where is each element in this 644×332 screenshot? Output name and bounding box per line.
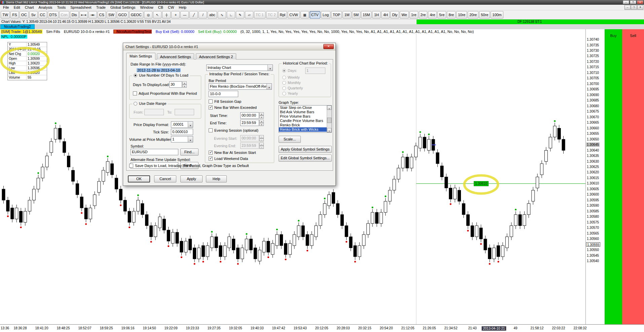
tab-advanced-settings[interactable]: Advanced Settings xyxy=(157,53,194,59)
hand-tool-icon[interactable]: ◎ xyxy=(144,11,152,18)
toolbar-tw-button[interactable]: TW xyxy=(1,11,10,18)
menu-spreadsheet[interactable]: Spreadsheet xyxy=(68,5,94,10)
mdi-minimize-button[interactable] xyxy=(624,5,631,10)
timeframe-15m-button[interactable]: 15M xyxy=(361,11,371,18)
help-button[interactable]: Help xyxy=(206,175,227,182)
bar-spacing-decrease-icon[interactable]: ⇥⇤ xyxy=(88,11,97,18)
bar-spacing-increase-icon[interactable]: ⇤⇥ xyxy=(79,11,88,18)
spin-down-icon[interactable] xyxy=(259,116,264,119)
menu-cw[interactable]: CW xyxy=(166,5,176,10)
pencil-tool-icon[interactable]: ✎ xyxy=(236,11,244,18)
fill-session-gap-checkbox[interactable]: Fill Session Gap xyxy=(209,99,241,103)
menu-tools[interactable]: Tools xyxy=(55,5,68,10)
spin-up-icon[interactable] xyxy=(259,112,264,116)
renko-2-button[interactable]: 2re xyxy=(419,11,428,18)
spin-down-icon[interactable] xyxy=(259,123,264,126)
timeframe-daily-button[interactable]: Dly xyxy=(390,11,399,18)
mdi-restore-button[interactable] xyxy=(631,5,637,10)
spin-up-icon[interactable] xyxy=(259,142,264,146)
renko-20-button[interactable]: 20re xyxy=(468,11,478,18)
mdi-close-button[interactable] xyxy=(637,5,643,10)
edit-global-symbol-settings-button[interactable]: Edit Global Symbol Settings... xyxy=(279,155,332,162)
buy-column[interactable]: Buy xyxy=(605,29,622,324)
spin-down-icon[interactable] xyxy=(259,138,264,142)
start-time-input[interactable]: 00:00:00 xyxy=(240,112,259,119)
tick-size-input[interactable]: 0.000010 xyxy=(171,129,193,135)
toolbar-cs-button[interactable]: CS xyxy=(98,11,106,18)
toolbar-ctv-button[interactable]: CTV xyxy=(310,11,320,18)
load-weekend-data-checkbox[interactable]: Load Weekend Data xyxy=(209,157,248,161)
chart-type-select[interactable]: Intraday Chart xyxy=(206,65,273,71)
new-bar-when-exceeded-checkbox[interactable]: New Bar When Exceeded xyxy=(209,106,257,110)
menu-cb[interactable]: CB xyxy=(156,5,166,10)
days-to-load-input[interactable]: 30 xyxy=(169,81,182,88)
toolbar-log-button[interactable]: Log xyxy=(321,11,330,18)
scroll-up-icon[interactable] xyxy=(327,106,331,110)
tab-main-settings[interactable]: Main Sett­ings xyxy=(126,53,155,59)
historical-monthly-radio[interactable]: Monthly xyxy=(282,81,301,85)
toolbar-geoc-button[interactable]: GEOC xyxy=(129,11,143,18)
from-date-input[interactable] xyxy=(144,109,164,115)
dropdown-arrow-icon[interactable] xyxy=(188,122,193,127)
tab-advanced-settings-2[interactable]: Advanced Settings 2 xyxy=(196,53,237,59)
historical-days-radio[interactable]: Days: xyxy=(282,69,297,73)
renko-5-button[interactable]: 5re xyxy=(437,11,446,18)
evening-start-input[interactable]: 00:00:00 xyxy=(240,135,259,141)
pointer-tool-icon[interactable]: ↖ xyxy=(153,11,162,18)
toolbar-connect-button[interactable]: Con xyxy=(59,11,69,18)
apply-global-symbol-settings-button[interactable]: Apply Global Symbol Settings xyxy=(279,146,332,153)
toolbar-tc2-button[interactable]: TC 2 xyxy=(266,11,278,18)
to-date-input[interactable] xyxy=(175,109,194,115)
renko-100m-button[interactable]: 100m xyxy=(491,11,503,18)
adjust-proportional-checkbox[interactable]: Adjust Proportional With Bar Period xyxy=(133,91,197,95)
timeframe-1h-button[interactable]: 1H xyxy=(372,11,381,18)
evening-start-spinner[interactable] xyxy=(259,135,264,141)
zigzag-study-icon[interactable]: ∿ xyxy=(218,11,226,18)
menu-file[interactable]: File xyxy=(1,5,11,10)
spin-up-icon[interactable] xyxy=(259,120,264,123)
menu-global-settings[interactable]: Global Settings xyxy=(108,5,138,10)
window-close-button[interactable] xyxy=(637,0,643,4)
spin-down-icon[interactable] xyxy=(182,85,187,88)
graph-type-option-bid-ask-volume-bars[interactable]: Bid Ask Volume Bars xyxy=(279,110,327,114)
timeframe-weekly-button[interactable]: We xyxy=(400,11,408,18)
evening-session-checkbox[interactable]: Evening Session (optional) xyxy=(209,128,258,132)
historical-weekly-radio[interactable]: Weekly xyxy=(282,75,300,79)
evening-end-spinner[interactable] xyxy=(259,142,264,149)
graph-type-option-renko-brick-with-wicks[interactable]: Renko Brick with Wicks xyxy=(279,127,327,132)
menu-chart[interactable]: Chart xyxy=(23,5,36,10)
graph-type-option-candle-price-volume-bars[interactable]: Candle Price Volume Bars xyxy=(279,119,327,123)
symbol-input[interactable]: EURUSD xyxy=(131,149,178,155)
step-study-icon[interactable]: ∟ xyxy=(227,11,235,18)
use-days-radio[interactable] xyxy=(134,74,137,77)
toolbar-cvw-button[interactable]: CVW xyxy=(288,11,300,18)
symbol-find-button[interactable]: Find... xyxy=(180,149,199,156)
apply-button[interactable]: Apply xyxy=(180,175,203,182)
ok-button[interactable]: OK xyxy=(128,175,150,182)
ray-tool-icon[interactable]: / xyxy=(199,11,207,18)
horizontal-line-tool-icon[interactable]: — xyxy=(180,11,189,18)
toolbar-top-button[interactable]: TOP xyxy=(331,11,342,18)
spin-up-icon[interactable] xyxy=(259,135,264,138)
chart-drawing-icon[interactable]: ▱ xyxy=(245,11,253,18)
renko-8-button[interactable]: 8re xyxy=(447,11,456,18)
menu-edit[interactable]: Edit xyxy=(11,5,23,10)
spin-up-icon[interactable] xyxy=(182,81,187,85)
spin-down-icon[interactable] xyxy=(259,146,264,149)
cancel-button[interactable]: Cancel xyxy=(154,175,176,182)
toolbar-gco-button[interactable]: GCO xyxy=(117,11,129,18)
toolbar-disconnect-button[interactable]: Dis xyxy=(70,11,79,18)
graph-type-scrollbar[interactable] xyxy=(327,106,331,132)
renko-4-button[interactable]: 4re xyxy=(428,11,437,18)
use-date-range-radio[interactable] xyxy=(134,102,137,106)
end-time-spinner[interactable] xyxy=(259,120,264,126)
new-bar-at-session-start-checkbox[interactable]: New Bar At Session Start xyxy=(209,151,256,155)
dropdown-arrow-icon[interactable] xyxy=(267,65,273,71)
plus-marker-icon[interactable]: + xyxy=(171,11,180,18)
timeframe-1m-button[interactable]: 1M xyxy=(343,11,351,18)
sell-column[interactable]: Sell xyxy=(622,29,644,324)
menu-analysis[interactable]: Analysis xyxy=(36,5,55,10)
buy-column-header[interactable]: Buy xyxy=(605,29,622,38)
graph-type-listbox[interactable]: Stair Step on CloseBid Ask Volume BarsPr… xyxy=(279,105,332,133)
dropdown-arrow-icon[interactable] xyxy=(266,84,272,89)
